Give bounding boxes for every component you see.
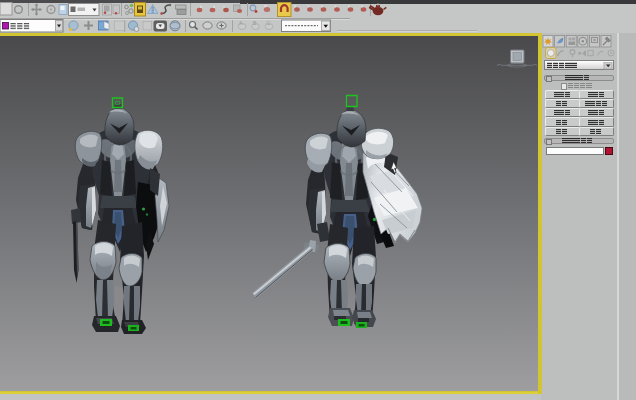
svg-text:C: C [267, 20, 271, 26]
